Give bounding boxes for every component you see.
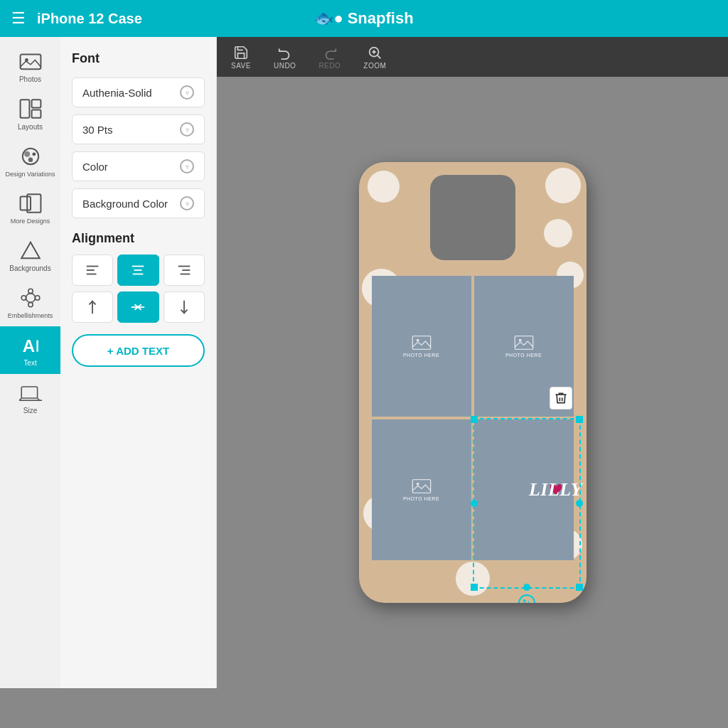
alignment-section-title: Alignment: [72, 231, 205, 246]
align-center-icon: [130, 262, 146, 278]
valign-top-icon: [85, 299, 100, 315]
header: ☰ iPhone 12 Case 🐟● Snapfish: [0, 0, 728, 37]
svg-point-16: [35, 296, 39, 300]
polka-dot: [368, 171, 400, 203]
sidebar-item-backgrounds[interactable]: Backgrounds: [0, 232, 60, 279]
redo-label: REDO: [318, 62, 341, 70]
save-button[interactable]: SAVE: [231, 45, 251, 70]
more-designs-icon: [19, 192, 42, 215]
font-section-title: Font: [72, 51, 205, 66]
photo-cell-3[interactable]: PHOTO HERE: [372, 419, 471, 560]
handle-ml[interactable]: [471, 500, 478, 507]
sidebar-item-embellishments[interactable]: Embellishments: [0, 279, 60, 326]
photo-placeholder-icon-2: [514, 336, 534, 350]
photos-label: Photos: [19, 75, 41, 83]
svg-rect-4: [31, 110, 41, 118]
font-family-dropdown[interactable]: Authenia-Solid ▿: [72, 77, 205, 107]
layouts-icon: [19, 97, 42, 120]
brand-logo: 🐟● Snapfish: [314, 9, 413, 28]
sidebar-item-design-variations[interactable]: Design Variations: [0, 138, 60, 185]
size-label: Size: [23, 407, 37, 414]
svg-rect-0: [20, 54, 41, 69]
photo-placeholder-text-3: PHOTO HERE: [403, 496, 439, 501]
svg-point-8: [28, 158, 32, 162]
svg-point-13: [28, 289, 32, 293]
font-size-chevron: ▿: [180, 122, 194, 136]
photo-placeholder-text-2: PHOTO HERE: [505, 353, 542, 358]
font-size-dropdown[interactable]: 30 Pts ▿: [72, 114, 205, 144]
sidebar-item-size[interactable]: Size: [0, 374, 60, 422]
polka-dot: [544, 219, 572, 247]
sidebar-item-text[interactable]: A Text: [0, 326, 60, 374]
photo-placeholder-text-1: PHOTO HERE: [403, 353, 439, 358]
camera-cutout: [430, 175, 515, 260]
valign-bottom-button[interactable]: [164, 291, 205, 323]
svg-point-40: [416, 338, 419, 341]
svg-rect-41: [515, 336, 532, 349]
svg-rect-39: [412, 336, 430, 349]
color-dropdown[interactable]: Color ▿: [72, 151, 205, 181]
handle-bm[interactable]: [523, 584, 530, 591]
sidebar-item-photos[interactable]: Photos: [0, 43, 60, 90]
horizontal-alignment-row: [72, 255, 205, 286]
svg-point-15: [21, 296, 26, 300]
valign-middle-icon: [130, 299, 146, 315]
rotate-handle[interactable]: ↻: [518, 594, 535, 603]
text-overlay[interactable]: Lilly: [529, 479, 582, 500]
color-label: Color: [82, 161, 108, 173]
polka-dot: [456, 562, 490, 596]
redo-icon: [322, 45, 338, 60]
redo-button[interactable]: REDO: [318, 45, 341, 70]
svg-point-7: [32, 152, 36, 156]
photo-placeholder-icon-3: [412, 479, 432, 493]
svg-text:A: A: [22, 336, 34, 355]
background-color-dropdown[interactable]: Background Color ▿: [72, 188, 205, 218]
photo-grid: PHOTO HERE PHOTO HERE PHOTO HERE: [372, 276, 574, 560]
handle-tl[interactable]: [471, 416, 478, 423]
text-label: Text: [23, 359, 36, 367]
photo-placeholder-icon-1: [412, 336, 432, 350]
photos-icon: [19, 50, 42, 73]
handle-br[interactable]: [576, 584, 583, 591]
svg-point-12: [26, 294, 35, 303]
text-icon: A: [19, 333, 42, 356]
canvas-area: PHOTO HERE PHOTO HERE PHOTO HERE: [217, 77, 728, 688]
valign-bottom-icon: [176, 299, 192, 315]
undo-icon: [277, 45, 293, 60]
save-icon: [233, 45, 249, 60]
sidebar-icons: Photos Layouts Design Variations: [0, 37, 60, 688]
phone-case: PHOTO HERE PHOTO HERE PHOTO HERE: [359, 162, 587, 603]
size-icon: [19, 381, 42, 404]
align-center-button[interactable]: [117, 255, 159, 286]
menu-icon[interactable]: ☰: [11, 11, 26, 26]
zoom-icon: [367, 45, 382, 60]
polka-dot: [545, 168, 581, 203]
svg-marker-11: [21, 242, 40, 258]
valign-middle-button[interactable]: [117, 291, 159, 323]
svg-point-44: [416, 482, 419, 485]
embellishments-icon: [19, 287, 42, 309]
layouts-label: Layouts: [18, 123, 43, 131]
undo-button[interactable]: UNDO: [274, 45, 296, 70]
design-variations-icon: [19, 145, 42, 168]
design-variations-label: Design Variations: [6, 171, 55, 178]
svg-rect-3: [31, 100, 41, 107]
photo-cell-2[interactable]: PHOTO HERE: [474, 276, 574, 417]
backgrounds-icon: [19, 239, 42, 262]
vertical-alignment-row: [72, 291, 205, 323]
canvas-wrapper: SAVE UNDO REDO ZOOM: [217, 37, 728, 688]
add-text-button[interactable]: + ADD TEXT: [72, 334, 205, 367]
zoom-button[interactable]: ZOOM: [363, 45, 386, 70]
svg-point-42: [518, 338, 521, 341]
sidebar-item-more-designs[interactable]: More Designs: [0, 185, 60, 232]
product-title: iPhone 12 Case: [37, 11, 142, 27]
photo-cell-1[interactable]: PHOTO HERE: [372, 276, 471, 417]
valign-top-button[interactable]: [72, 291, 113, 323]
align-left-button[interactable]: [72, 255, 113, 286]
align-right-button[interactable]: [164, 255, 205, 286]
font-family-chevron: ▿: [180, 85, 194, 100]
photo-cell-4[interactable]: ↻ Lilly: [474, 419, 574, 560]
align-right-icon: [176, 262, 192, 278]
svg-rect-19: [21, 387, 37, 398]
sidebar-item-layouts[interactable]: Layouts: [0, 90, 60, 138]
